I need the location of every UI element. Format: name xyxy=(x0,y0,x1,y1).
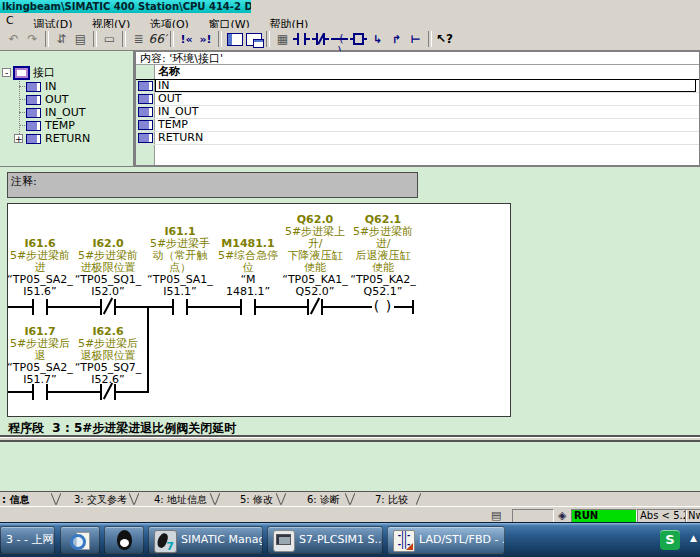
tree-expand-box[interactable]: + xyxy=(14,134,23,143)
rung-line xyxy=(8,306,414,308)
symbol-info-icon[interactable]: ▭ xyxy=(100,30,119,48)
taskbar-button-lad-editor[interactable]: -||--||-LAD/STL/FBD - ... xyxy=(387,526,505,554)
address-monitor-icon[interactable]: ≣ xyxy=(129,30,148,48)
window-split-icon[interactable] xyxy=(225,30,244,48)
no-contact[interactable] xyxy=(172,299,188,315)
tree-item-temp[interactable]: TEMP xyxy=(26,119,75,132)
taskbar-button-simatic-manager[interactable]: SIMATIC Manag... xyxy=(148,526,263,554)
tab-diagnostics[interactable]: 6: 诊断 xyxy=(307,493,340,506)
declaration-icon xyxy=(138,107,153,117)
output-coil[interactable]: ( ) xyxy=(372,298,394,315)
table-row-in-out[interactable]: IN_OUT xyxy=(136,105,699,119)
nc-contact[interactable] xyxy=(100,299,116,315)
ladder-element-label: Q62.1 5#步进梁前 进/ 后退液压缸 使能 “TP05_KA2_ Q52.… xyxy=(347,214,419,298)
branch-vertical xyxy=(147,306,149,393)
ladder-element-label: Q62.0 5#步进梁上 升/ 下降液压缸 使能 “TP05_KA1_ Q52.… xyxy=(279,214,351,298)
no-contact[interactable] xyxy=(240,299,256,315)
no-contact[interactable] xyxy=(32,299,48,315)
insert-box-icon[interactable] xyxy=(350,32,367,46)
taskbar-button-browser[interactable]: 3 - - 上网... xyxy=(0,526,55,554)
nc-contact[interactable] xyxy=(307,299,323,315)
tree-collapse-box[interactable]: - xyxy=(2,68,11,77)
insert-nc-contact-icon[interactable] xyxy=(312,32,329,46)
declaration-icon xyxy=(138,120,153,130)
help-cursor-icon[interactable]: ↖? xyxy=(435,30,454,48)
output-tab-bar: : 信息 3: 交叉参考 4: 地址信息 5: 修改 6: 诊断 7: 比较 xyxy=(0,491,700,507)
nc-contact[interactable] xyxy=(100,384,116,400)
no-contact[interactable] xyxy=(32,384,48,400)
insert-coil-icon[interactable]: -( ) xyxy=(331,32,348,46)
branch-close-icon[interactable]: ↱ xyxy=(387,30,406,48)
tab-cross-reference[interactable]: 3: 交叉参考 xyxy=(74,493,127,506)
insert-no-contact-icon[interactable] xyxy=(293,32,310,46)
table-row-return[interactable]: RETURN xyxy=(136,131,699,145)
tab-divider xyxy=(56,493,61,505)
tab-info[interactable]: : 信息 xyxy=(2,493,29,506)
ladder-network-canvas[interactable]: ( ) I61.6 5#步进梁前 进 “TP05_SA2_ I51.6” I62… xyxy=(7,203,511,417)
tree-item-return[interactable]: RETURN xyxy=(26,132,90,145)
tab-divider xyxy=(215,493,220,505)
table-column-header[interactable]: 名称 xyxy=(136,65,699,80)
interface-tree-panel: - 接口 IN OUT IN_OUT TEMP + RETURN xyxy=(0,51,135,166)
monitor-glasses-icon[interactable]: 66′ xyxy=(148,30,167,48)
screen: { "title_bar": { "title": "lkingbeam\\SI… xyxy=(0,0,700,557)
ladder-element-label: I62.6 5#步进梁后 退极限位置 “TP05_SQ7_ I52.6” xyxy=(72,326,144,386)
tree-item-in[interactable]: IN xyxy=(26,80,56,93)
status-prev-icon[interactable]: !« xyxy=(177,30,196,48)
declaration-icon xyxy=(26,134,41,144)
qq-icon xyxy=(116,530,133,551)
declaration-icon xyxy=(26,121,41,131)
comment-label: 注释: xyxy=(11,175,37,188)
tree-item-out[interactable]: OUT xyxy=(26,93,68,106)
taskbar: 3 - - 上网... SIMATIC Manag... S7-PLCSIM1 … xyxy=(0,522,700,557)
tree-item-interface[interactable]: 接口 xyxy=(13,66,55,79)
window-overview-icon[interactable] xyxy=(244,30,263,48)
branch-open-icon[interactable]: ↳ xyxy=(368,30,387,48)
tray-input-method-icon[interactable]: S xyxy=(660,530,680,550)
abs-status-field: Abs < 5.2 xyxy=(637,509,687,523)
program-elements-icon[interactable]: ▤ xyxy=(71,30,90,48)
toolbar: ↶ ↷ ⇵ ▤ ▭ ≣ 66′ !« »! ▦ -( ) ↳ ↱ ⊢ ↖? xyxy=(0,28,700,51)
title-bar: lkingbeam\SIMATIC 400 Station\CPU 414-2 … xyxy=(0,0,700,15)
network-number: 3 : xyxy=(52,421,69,435)
branch-line xyxy=(8,391,149,393)
tab-divider xyxy=(281,493,286,505)
tree-item-in-out[interactable]: IN_OUT xyxy=(26,106,85,119)
status-empty-field xyxy=(512,509,554,523)
toolbar-separator xyxy=(170,31,174,47)
table-row-temp[interactable]: TEMP xyxy=(136,118,699,132)
toolbar-separator xyxy=(93,31,97,47)
call-structure-icon[interactable]: ⇵ xyxy=(52,30,71,48)
selected-row-outline xyxy=(155,79,696,92)
taskbar-button-search[interactable] xyxy=(60,526,100,554)
content-header: 内容: '环境\接口' xyxy=(136,52,699,65)
toolbar-separator xyxy=(266,31,270,47)
ladder-element-label: I61.1 5#步进梁手 动（常开触 点） “TP05_SA1_ I51.1” xyxy=(144,226,216,298)
tab-divider xyxy=(134,493,139,505)
ladder-element-label: I61.6 5#步进梁前 进 “TP05_SA2_ I51.6” xyxy=(4,238,76,298)
tab-comparison[interactable]: 7: 比较 xyxy=(375,493,408,506)
declaration-icon xyxy=(26,108,41,118)
table-row-out[interactable]: OUT xyxy=(136,92,699,106)
toolbar-separator xyxy=(218,31,222,47)
insert-rail-icon[interactable]: ⊢ xyxy=(406,30,425,48)
undo-icon[interactable]: ↶ xyxy=(4,30,23,48)
pane-splitter[interactable] xyxy=(0,435,700,442)
network-comment-box[interactable]: 注释: xyxy=(7,172,418,198)
tab-address-info[interactable]: 4: 地址信息 xyxy=(154,493,207,506)
toolbar-separator xyxy=(122,31,126,47)
status-next-icon[interactable]: »! xyxy=(196,30,215,48)
taskbar-button-qq[interactable] xyxy=(104,526,144,554)
tab-divider xyxy=(350,493,355,505)
status-panel-icon: ▤ xyxy=(491,509,501,522)
toolbar-separator xyxy=(428,31,432,47)
new-network-icon[interactable]: ▦ xyxy=(273,30,292,48)
network-counter-field: Nw 2 xyxy=(685,509,700,523)
tray-show-hidden-icon[interactable]: ▲ xyxy=(690,533,697,543)
menu-item-partial[interactable]: C xyxy=(0,14,22,28)
redo-icon[interactable]: ↷ xyxy=(23,30,42,48)
tree-connector xyxy=(19,125,25,127)
tab-modify[interactable]: 5: 修改 xyxy=(240,493,273,506)
window-title: lkingbeam\SIMATIC 400 Station\CPU 414-2 … xyxy=(0,0,251,13)
taskbar-button-plcsim[interactable]: S7-PLCSIM1 S... xyxy=(267,526,383,554)
